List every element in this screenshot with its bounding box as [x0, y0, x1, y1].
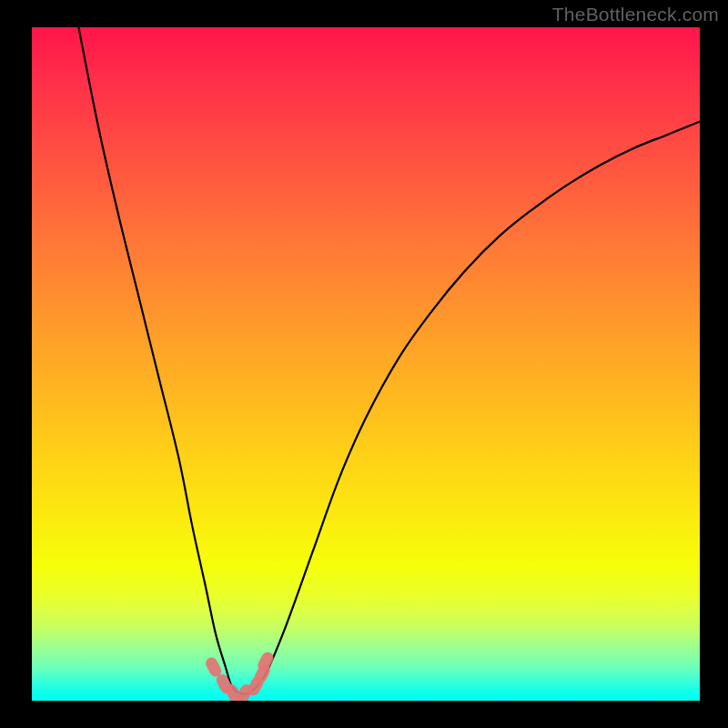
bottleneck-curve [78, 27, 700, 694]
plot-area [32, 27, 700, 701]
chart-frame: TheBottleneck.com [0, 0, 728, 728]
watermark-text: TheBottleneck.com [552, 4, 719, 25]
curve-markers [204, 650, 276, 701]
curve-layer [32, 27, 700, 701]
